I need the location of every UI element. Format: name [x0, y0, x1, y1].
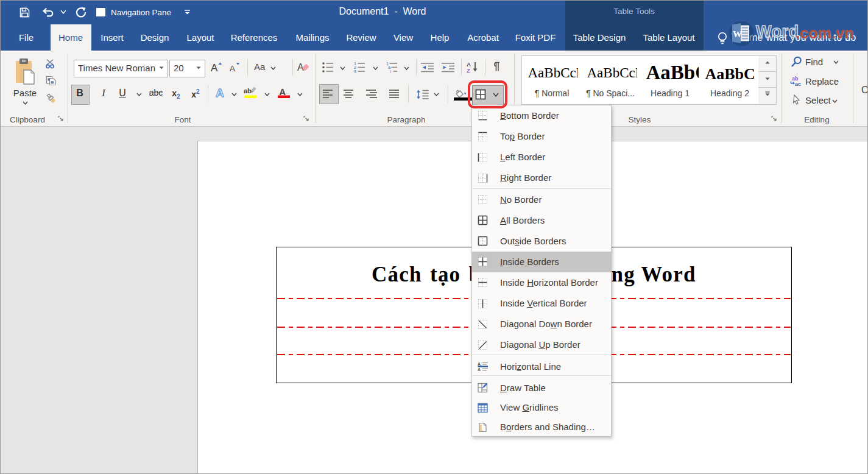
svg-text:Z: Z: [467, 67, 470, 73]
svg-text:A: A: [478, 367, 481, 372]
svg-text:ac: ac: [795, 81, 801, 87]
svg-text:i: i: [390, 69, 391, 74]
svg-text:A: A: [280, 87, 286, 97]
svg-text:3: 3: [354, 69, 356, 74]
svg-text:A: A: [230, 64, 235, 73]
svg-text:A: A: [478, 362, 481, 366]
svg-text:ab: ab: [244, 87, 252, 94]
svg-text:A: A: [211, 62, 218, 74]
svg-text:W: W: [733, 29, 742, 39]
